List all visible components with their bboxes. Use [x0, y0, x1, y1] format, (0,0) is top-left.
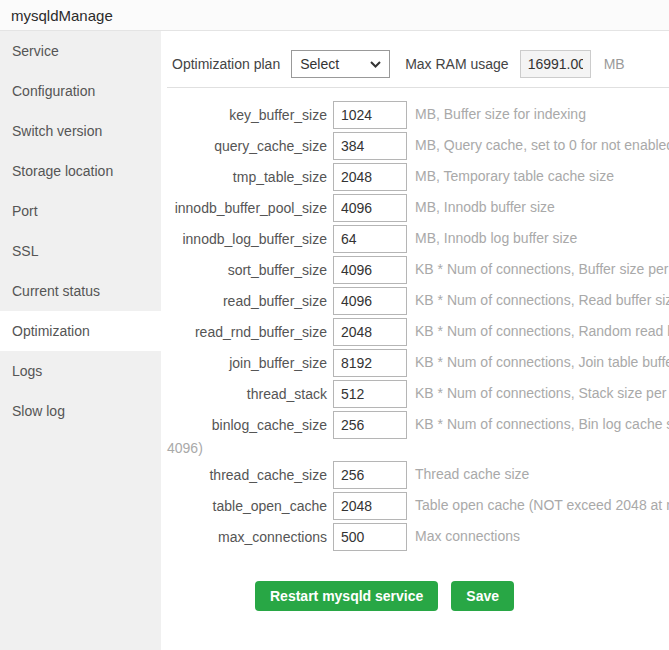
optimization-topbar: Optimization plan Select Max RAM usage M…	[167, 50, 669, 78]
form-actions: Restart mysqld service Save	[167, 581, 669, 611]
ram-unit-label: MB	[604, 56, 625, 72]
optimization-plan-value: Select	[300, 56, 339, 72]
max-ram-label: Max RAM usage	[405, 56, 508, 72]
form-row: innodb_log_buffer_sizeMB, Innodb log buf…	[167, 225, 669, 253]
form-row: join_buffer_sizeKB * Num of connections,…	[167, 349, 669, 377]
query_cache_size-input[interactable]	[333, 132, 407, 160]
form-row: thread_stackKB * Num of connections, Sta…	[167, 380, 669, 408]
param-label: table_open_cache	[167, 497, 327, 516]
param-hint: Thread cache size	[415, 466, 529, 482]
form-row: tmp_table_sizeMB, Temporary table cache …	[167, 163, 669, 191]
read_buffer_size-input[interactable]	[333, 287, 407, 315]
param-label: innodb_log_buffer_size	[167, 230, 327, 249]
param-hint: KB * Num of connections, Stack size per …	[415, 385, 669, 401]
form-row: innodb_buffer_pool_sizeMB, Innodb buffer…	[167, 194, 669, 222]
main-content: Optimization plan Select Max RAM usage M…	[161, 31, 669, 650]
param-hint: MB, Innodb log buffer size	[415, 230, 577, 246]
form-row: read_buffer_sizeKB * Num of connections,…	[167, 287, 669, 315]
param-hint: MB, Buffer size for indexing	[415, 106, 586, 122]
sidebar-item-storage-location[interactable]: Storage location	[0, 151, 161, 191]
sort_buffer_size-input[interactable]	[333, 256, 407, 284]
innodb_log_buffer_size-input[interactable]	[333, 225, 407, 253]
form-row: query_cache_sizeMB, Query cache, set to …	[167, 132, 669, 160]
tmp_table_size-input[interactable]	[333, 163, 407, 191]
read_rnd_buffer_size-input[interactable]	[333, 318, 407, 346]
optimization-form: key_buffer_sizeMB, Buffer size for index…	[167, 101, 669, 551]
param-hint: Max connections	[415, 528, 520, 544]
form-row: thread_cache_sizeThread cache size	[167, 461, 669, 489]
param-label: read_buffer_size	[167, 292, 327, 311]
param-label: read_rnd_buffer_size	[167, 323, 327, 342]
sidebar: ServiceConfigurationSwitch versionStorag…	[0, 31, 161, 650]
param-label: tmp_table_size	[167, 168, 327, 187]
param-hint: KB * Num of connections, Join table buff…	[415, 354, 669, 370]
sidebar-item-logs[interactable]: Logs	[0, 351, 161, 391]
param-hint: KB * Num of connections, Random read buf…	[415, 323, 669, 339]
param-label: query_cache_size	[167, 137, 327, 156]
binlog_cache_size-input[interactable]	[333, 411, 407, 439]
thread_stack-input[interactable]	[333, 380, 407, 408]
sidebar-item-slow-log[interactable]: Slow log	[0, 391, 161, 431]
restart-mysqld-button[interactable]: Restart mysqld service	[255, 581, 438, 611]
param-label: join_buffer_size	[167, 354, 327, 373]
save-button[interactable]: Save	[451, 581, 514, 611]
join_buffer_size-input[interactable]	[333, 349, 407, 377]
param-hint: Table open cache (NOT exceed 2048 at mos…	[415, 497, 669, 513]
sidebar-item-current-status[interactable]: Current status	[0, 271, 161, 311]
optimization-plan-select[interactable]: Select	[291, 50, 390, 78]
sidebar-item-optimization[interactable]: Optimization	[0, 311, 161, 351]
param-hint: KB * Num of connections, Buffer size per…	[415, 261, 669, 277]
param-label: sort_buffer_size	[167, 261, 327, 280]
sidebar-item-ssl[interactable]: SSL	[0, 231, 161, 271]
form-row: sort_buffer_sizeKB * Num of connections,…	[167, 256, 669, 284]
sidebar-item-switch-version[interactable]: Switch version	[0, 111, 161, 151]
main-layout: ServiceConfigurationSwitch versionStorag…	[0, 31, 669, 650]
sidebar-item-configuration[interactable]: Configuration	[0, 71, 161, 111]
form-row: read_rnd_buffer_sizeKB * Num of connecti…	[167, 318, 669, 346]
chevron-down-icon	[370, 61, 381, 68]
param-hint: MB, Temporary table cache size	[415, 168, 614, 184]
max_connections-input[interactable]	[333, 523, 407, 551]
param-label: thread_cache_size	[167, 466, 327, 485]
param-hint: KB * Num of connections, Read buffer siz…	[415, 292, 669, 308]
form-row: max_connectionsMax connections	[167, 523, 669, 551]
param-label: binlog_cache_size	[167, 416, 327, 435]
table_open_cache-input[interactable]	[333, 492, 407, 520]
thread_cache_size-input[interactable]	[333, 461, 407, 489]
optimization-plan-label: Optimization plan	[172, 56, 280, 72]
app-title: mysqldManage	[11, 7, 113, 24]
param-label: key_buffer_size	[167, 106, 327, 125]
app-header: mysqldManage	[0, 0, 669, 31]
key_buffer_size-input[interactable]	[333, 101, 407, 129]
param-hint: MB, Query cache, set to 0 for not enable…	[415, 137, 669, 153]
form-row: binlog_cache_sizeKB * Num of connections…	[167, 411, 669, 458]
topbar-divider	[167, 87, 669, 88]
max-ram-input[interactable]	[520, 50, 591, 78]
param-label: innodb_buffer_pool_size	[167, 199, 327, 218]
sidebar-item-port[interactable]: Port	[0, 191, 161, 231]
form-row: key_buffer_sizeMB, Buffer size for index…	[167, 101, 669, 129]
innodb_buffer_pool_size-input[interactable]	[333, 194, 407, 222]
param-label: max_connections	[167, 528, 327, 547]
param-label: thread_stack	[167, 385, 327, 404]
sidebar-item-service[interactable]: Service	[0, 31, 161, 71]
form-row: table_open_cacheTable open cache (NOT ex…	[167, 492, 669, 520]
param-hint: MB, Innodb buffer size	[415, 199, 555, 215]
